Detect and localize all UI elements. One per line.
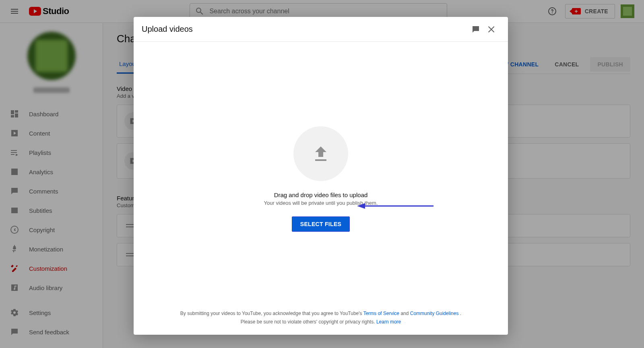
footer-text: Please be sure not to violate others' co…	[241, 319, 376, 325]
learn-more-link[interactable]: Learn more	[376, 319, 401, 325]
tos-link[interactable]: Terms of Service	[363, 311, 399, 316]
modal-footer: By submitting your videos to YouTube, yo…	[134, 302, 508, 335]
svg-marker-1	[357, 203, 365, 209]
modal-body: Drag and drop video files to upload Your…	[134, 42, 508, 302]
drop-title: Drag and drop video files to upload	[274, 192, 368, 198]
footer-text: and	[400, 311, 410, 316]
footer-text: .	[460, 311, 461, 316]
feedback-icon	[471, 25, 481, 34]
upload-modal: Upload videos Drag and drop video files …	[134, 17, 508, 335]
guidelines-link[interactable]: Community Guidelines	[410, 311, 459, 316]
modal-close-button[interactable]	[484, 21, 500, 37]
upload-arrow-icon	[311, 144, 330, 163]
footer-text: By submitting your videos to YouTube, yo…	[180, 311, 363, 316]
modal-feedback-button[interactable]	[468, 21, 484, 37]
modal-header: Upload videos	[134, 17, 508, 42]
modal-title: Upload videos	[142, 25, 193, 34]
upload-drop-circle[interactable]	[293, 126, 348, 181]
select-files-button[interactable]: SELECT FILES	[292, 216, 350, 232]
select-files-label: SELECT FILES	[300, 221, 341, 227]
close-icon	[487, 25, 497, 34]
annotation-arrow	[357, 202, 433, 204]
